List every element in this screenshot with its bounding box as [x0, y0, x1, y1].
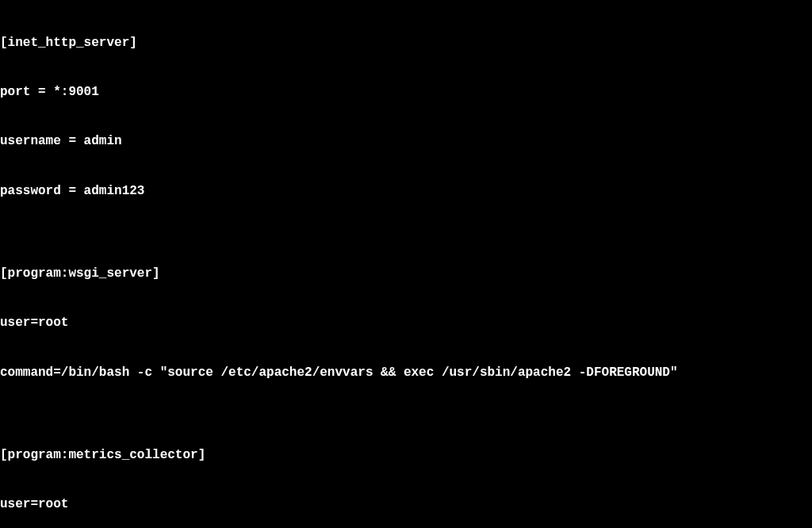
config-line: user=root — [0, 496, 812, 513]
config-line: [program:wsgi_server] — [0, 266, 812, 282]
config-line: user=root — [0, 315, 812, 331]
config-line: port = *:9001 — [0, 84, 812, 101]
config-line: username = admin — [0, 133, 812, 150]
config-line: password = admin123 — [0, 183, 812, 200]
config-line: command=/bin/bash -c "source /etc/apache… — [0, 365, 812, 381]
config-line: [inet_http_server] — [0, 35, 812, 52]
terminal-output[interactable]: [inet_http_server] port = *:9001 usernam… — [0, 2, 812, 528]
config-line: [program:metrics_collector] — [0, 447, 812, 464]
